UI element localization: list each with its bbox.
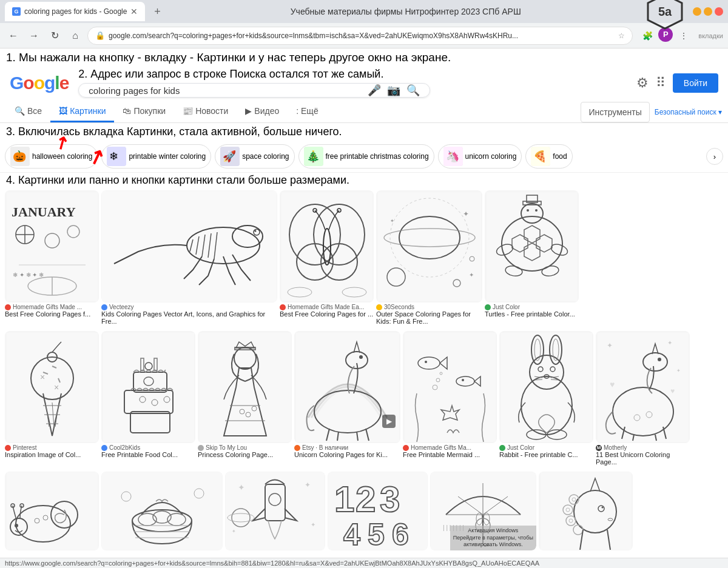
shopping-tab-icon: 🛍 [123,106,131,116]
svg-text:🚀: 🚀 [223,150,237,163]
image-card-cake[interactable]: Cool2bKids Free Printable Food Col... [101,331,195,467]
svg-point-135 [658,358,661,361]
image-search-button[interactable]: 📷 [387,84,400,97]
svg-text:✦: ✦ [305,481,311,489]
image-card-rabbit[interactable]: Just Color Rabbit - Free printable C... [499,331,593,467]
source-name-unicorn-rainbow: Etsy · В наличии [302,444,348,451]
badge-label: 5а [658,5,672,19]
refresh-button[interactable]: ↻ [46,27,63,44]
close-window-button[interactable] [715,7,723,16]
svg-text:❄: ❄ [109,150,118,162]
google-header: Google 2. Адрес или запрос в строке Поис… [0,64,728,101]
home-button[interactable]: ⌂ [67,27,84,44]
image-card-easter[interactable] [101,472,223,550]
signin-button[interactable]: Войти [673,73,718,93]
image-card-space2[interactable]: ✦ ✦ ✦ ✦ [225,472,325,550]
image-card-bug[interactable] [5,472,99,550]
tab-images[interactable]: 🖼 Картинки [50,101,114,122]
tab-shopping[interactable]: 🛍 Покупки [114,101,174,122]
svg-text:1: 1 [334,479,354,520]
tab-more[interactable]: : Ещё [288,101,326,122]
image-card-mermaid[interactable]: Homemade Gifts Ma... Free Printable Merm… [403,331,497,467]
new-tab-button[interactable]: + [149,3,166,20]
image-title-2: Kids Coloring Pages Vector Art, Icons, a… [101,310,277,325]
tab-close-button[interactable]: ✕ [130,7,138,16]
image-card-butterfly[interactable]: Homemade Gifts Made Ea... Best Free Colo… [280,190,374,326]
svg-text:✦: ✦ [676,368,681,373]
card-caption-cake: Cool2bKids Free Printable Food Col... [101,443,195,459]
tab-video[interactable]: ▶ Видео [237,101,288,122]
window-controls[interactable] [693,7,723,16]
image-title-5: Turtles - Free printable Color... [485,310,579,318]
search-button[interactable]: 🔍 [406,84,420,97]
video-tab-icon: ▶ [245,106,252,116]
chip-unicorn[interactable]: 🦄 unicorn coloring [438,144,522,169]
chips-next-button[interactable]: › [706,148,723,165]
back-button[interactable]: ← [5,27,22,44]
tab-news[interactable]: 📰 Новости [174,101,237,122]
chip-space[interactable]: 🚀 space coloring [215,144,294,169]
safe-search-label[interactable]: Безопасный поиск ▾ [655,108,722,116]
image-card-january[interactable]: JANUARY ❄ ✦ ❄ ✦ ❄ Homemade Gifts Made ..… [5,190,99,326]
svg-text:2: 2 [356,479,376,520]
chip-halloween[interactable]: 🎃 halloween coloring [5,144,98,169]
image-card-planets[interactable]: ✦ ✦ ✦ 30Seconds Outer Space Coloring Pag… [376,190,482,326]
forward-button[interactable]: → [25,27,42,44]
settings-gear-icon[interactable]: ⚙ [636,75,649,91]
logo-l: l [55,73,59,93]
tab-all[interactable]: 🔍 Все [6,101,50,122]
voice-search-button[interactable]: 🎤 [368,84,381,97]
image-card-unicorn-rainbow[interactable]: ▶ Etsy · В наличии Unicorn Coloring Page… [294,331,400,467]
image-card-princess[interactable]: Skip To My Lou Princess Coloring Page... [198,331,292,467]
minimize-button[interactable] [693,7,701,16]
source-name-icecream: Pinterest [13,444,36,451]
annotation-line1: 1. Мы нажали на кнопку - вкладку - Карти… [0,48,728,64]
chip-winter[interactable]: ❄ printable winter coloring [101,144,211,169]
image-card-umbrella[interactable]: | | | | | | | Активация Windows Перейдит… [430,472,536,550]
image-card-numbers[interactable]: 1 2 3 4 5 6 [328,472,428,550]
svg-point-107 [359,355,363,359]
logo-g2: g [44,73,55,93]
news-tab-icon: 📰 [183,106,193,116]
url-text: google.com/search?q=coloring+pages+for+k… [109,32,615,40]
activation-line2: Перейдите в параметры, чтобы [453,535,533,542]
card-caption-rabbit: Just Color Rabbit - Free printable C... [499,443,593,459]
svg-point-112 [462,379,464,381]
maximize-button[interactable] [704,7,712,16]
address-bar[interactable]: 🔒 google.com/search?q=coloring+pages+for… [87,27,633,45]
image-card-turtle[interactable]: Just Color Turtles - Free printable Colo… [485,190,579,326]
svg-text:✦: ✦ [232,529,236,534]
apps-grid-icon[interactable]: ⠿ [656,75,666,91]
annotation4-text: 4. Картинки или панно и кнопки картинки … [6,174,349,186]
chip-christmas-label: free printable christmas coloring [326,152,429,161]
annotation3-text: 3. Включилась вкладка Картинки, стала ак… [6,125,342,138]
svg-text:✦: ✦ [390,218,394,224]
status-bar: https://www.google.com/search?q=coloring… [0,558,728,568]
card-caption: Homemade Gifts Made ... Best Free Colori… [5,302,99,319]
search-input[interactable] [89,85,362,96]
image-card-unicorn3[interactable] [539,472,633,550]
svg-point-110 [425,361,427,363]
svg-text:🍕: 🍕 [533,150,547,163]
card-caption-unicorn2: M Motherly 11 Best Unicorn Coloring Page… [596,443,690,467]
card-caption-unicorn-rainbow: Etsy · В наличии Unicorn Coloring Pages … [294,443,400,459]
svg-rect-83 [103,333,194,442]
search-tab-icon: 🔍 [15,106,25,116]
image-card-icecream[interactable]: × × Pinterest Inspiration Image of Col..… [5,331,99,467]
card-caption-planets: 30Seconds Outer Space Coloring Pages for… [376,302,482,326]
activation-line1: Активация Windows [453,527,533,535]
source-name-unicorn2: Motherly [604,444,627,451]
browser-tab[interactable]: G coloring pages for kids - Google ✕ [5,2,145,21]
search-bar-container[interactable]: 🎤 📷 🔍 [78,83,430,98]
tabs-bar: 🔍 Все 🖼 Картинки 🛍 Покупки 📰 Новости ▶ В… [0,101,728,123]
chip-food[interactable]: 🍕 food [525,144,572,169]
tools-button[interactable]: Инструменты [581,102,649,122]
lock-icon: 🔒 [95,31,105,40]
image-card-lizard[interactable]: Vecteezy Kids Coloring Pages Vector Art,… [101,190,277,326]
image-title-unicorn-rainbow: Unicorn Coloring Pages for Ki... [294,451,400,458]
svg-text:×: × [54,383,59,392]
image-card-unicorn2[interactable]: ✦ ✦ ✦ ♥ ♥ [596,331,690,467]
chip-christmas[interactable]: 🎄 free printable christmas coloring [298,144,434,169]
annotation-line4: 4. Картинки или панно и кнопки картинки … [0,173,728,188]
source-name-rabbit: Just Color [507,444,534,451]
